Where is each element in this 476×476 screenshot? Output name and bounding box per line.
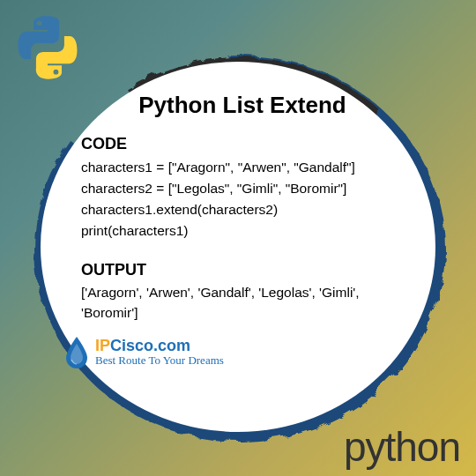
code-heading: CODE: [81, 135, 404, 153]
python-logo-icon: [12, 12, 83, 83]
output-heading: OUTPUT: [81, 261, 404, 279]
brand-tagline: Best Route To Your Dreams: [95, 353, 224, 368]
brand-suffix: .com: [153, 337, 190, 354]
content-circle: Python List Extend CODE characters1 = ["…: [41, 62, 435, 432]
slide-title: Python List Extend: [81, 92, 404, 119]
brand-badge: IPCisco.com Best Route To Your Dreams: [63, 335, 404, 368]
code-block: characters1 = ["Aragorn", "Arwen", "Gand…: [81, 157, 404, 242]
water-drop-icon: [63, 335, 90, 368]
brand-name: IPCisco.com: [95, 337, 224, 355]
output-block: ['Aragorn', 'Arwen', 'Gandalf', 'Legolas…: [81, 283, 404, 323]
brand-cisco: Cisco: [110, 337, 153, 354]
python-wordmark: python: [344, 423, 460, 471]
brand-text: IPCisco.com Best Route To Your Dreams: [95, 337, 224, 368]
slide-content: Python List Extend CODE characters1 = ["…: [41, 62, 435, 432]
brand-ip: IP: [95, 337, 110, 354]
